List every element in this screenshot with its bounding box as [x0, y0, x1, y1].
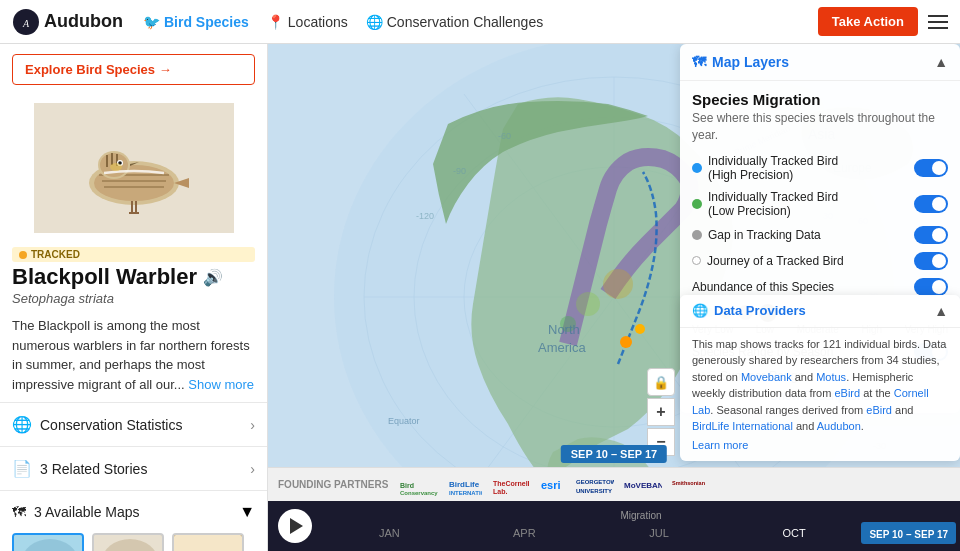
tracked-dot [19, 251, 27, 259]
layer-dot-gap [692, 230, 702, 240]
tracked-badge: TRACKED [12, 247, 255, 262]
main-content: Explore Bird Species → [0, 44, 960, 551]
toggle-journey[interactable] [914, 252, 948, 270]
layer-dot-journey [692, 256, 701, 265]
maps-icon: 🗺 [12, 504, 26, 520]
related-stories-item[interactable]: 📄 3 Related Stories › [0, 446, 267, 490]
nav-bird-species[interactable]: 🐦 Bird Species [143, 14, 249, 30]
layer-dot-low [692, 199, 702, 209]
bird-scientific-name: Setophaga striata [12, 291, 255, 306]
dp-header-left: 🌐 Data Providers [692, 303, 806, 318]
map-thumb-img-conservation [172, 533, 244, 551]
svg-text:Lab.: Lab. [493, 488, 507, 495]
map-thumb-species-connections[interactable]: Species Connections [92, 533, 164, 551]
svg-text:UNIVERSITY: UNIVERSITY [576, 488, 612, 494]
map-thumb-img-migration [12, 533, 84, 551]
svg-text:Bird: Bird [400, 482, 414, 489]
explore-bird-species-button[interactable]: Explore Bird Species → [12, 54, 255, 85]
cornell-lab-link[interactable]: Cornell Lab [692, 387, 929, 416]
bird-common-name: Blackpoll Warbler 🔊 [12, 264, 255, 290]
layer-item-gap: Gap in Tracking Data [692, 226, 948, 244]
dp-icon: 🌐 [692, 303, 708, 318]
month-jul: JUL [592, 527, 727, 539]
partner-smithsonian: Smithsonian [670, 472, 710, 498]
timeline-highlight-block: SEP 10 – SEP 17 [861, 522, 956, 544]
conservation-statistics-item[interactable]: 🌐 Conservation Statistics › [0, 402, 267, 446]
panel-title: Species Migration [692, 91, 948, 108]
audubon-link[interactable]: Audubon [817, 420, 861, 432]
svg-text:Equator: Equator [388, 416, 420, 426]
bird-image [34, 103, 234, 233]
svg-text:America: America [538, 340, 586, 355]
partner-movebank: MoVEBANK [622, 472, 662, 498]
dp-collapse-button[interactable]: ▲ [934, 303, 948, 319]
motus-link[interactable]: Motus [816, 371, 846, 383]
header: A Audubon 🐦 Bird Species 📍 Locations 🌐 C… [0, 0, 960, 44]
play-icon [290, 518, 303, 534]
map-thumb-species-migration[interactable]: Species Migration [12, 533, 84, 551]
partners-bar: FOUNDING PARTNERS BirdConservancy BirdLi… [268, 467, 960, 501]
svg-rect-29 [174, 535, 244, 551]
conservation-icon: 🌐 [366, 14, 383, 30]
nav-conservation[interactable]: 🌐 Conservation Challenges [366, 14, 543, 30]
map-area: Asia Europe North America South America … [268, 44, 960, 551]
dp-text: This map shows tracks for 121 individual… [692, 336, 948, 454]
toggle-high-precision[interactable] [914, 159, 948, 177]
layer-item-high-precision: Individually Tracked Bird(High Precision… [692, 154, 948, 182]
take-action-button[interactable]: Take Action [818, 7, 918, 36]
learn-more-link[interactable]: Learn more [692, 437, 948, 454]
movebank-link[interactable]: Movebank [741, 371, 792, 383]
toggle-low-precision[interactable] [914, 195, 948, 213]
hamburger-menu[interactable] [928, 15, 948, 29]
layer-dot-high [692, 163, 702, 173]
timeline-bar: Migration JAN APR JUL OCT SEP 10 – SEP 1… [268, 501, 960, 551]
timeline-date-badge: SEP 10 – SEP 17 [561, 445, 667, 463]
toggle-abundance[interactable] [914, 278, 948, 296]
ebird2-link[interactable]: eBird [866, 404, 892, 416]
stories-icon: 📄 [12, 459, 32, 478]
partner-birdlife: BirdLifeINTERNATIONAL [446, 472, 482, 498]
maps-section-header[interactable]: 🗺 3 Available Maps ▼ [0, 491, 267, 533]
partners-label: FOUNDING PARTNERS [278, 479, 388, 490]
sidebar: Explore Bird Species → [0, 44, 268, 551]
data-providers-panel: 🌐 Data Providers ▲ This map shows tracks… [680, 295, 960, 462]
lock-button[interactable]: 🔒 [647, 368, 675, 396]
dp-header-label: Data Providers [714, 303, 806, 318]
svg-text:esri: esri [541, 479, 561, 491]
partner-cornell: TheCornellLab. [490, 472, 530, 498]
maps-chevron: ▼ [239, 503, 255, 521]
nav-locations[interactable]: 📍 Locations [267, 14, 348, 30]
locations-icon: 📍 [267, 14, 284, 30]
panel-header-left: 🗺 Map Layers [692, 54, 789, 70]
layer-item-low-precision: Individually Tracked Bird(Low Precision) [692, 190, 948, 218]
svg-point-45 [635, 324, 645, 334]
svg-point-48 [603, 269, 633, 299]
sound-icon[interactable]: 🔊 [203, 268, 223, 287]
show-more-link[interactable]: Show more [188, 377, 254, 392]
zoom-in-button[interactable]: + [647, 398, 675, 426]
timeline-track[interactable]: Migration JAN APR JUL OCT SEP 10 – SEP 1… [322, 508, 960, 544]
map-thumb-img-connections [92, 533, 164, 551]
month-jan: JAN [322, 527, 457, 539]
toggle-gap[interactable] [914, 226, 948, 244]
svg-text:-60: -60 [498, 131, 511, 141]
svg-point-21 [110, 163, 122, 171]
svg-text:INTERNATIONAL: INTERNATIONAL [449, 490, 482, 496]
logo: A Audubon [12, 8, 123, 36]
svg-text:Conservancy: Conservancy [400, 490, 438, 496]
layer-item-abundance: Abundance of this Species [692, 278, 948, 296]
panel-header: 🗺 Map Layers ▲ [680, 44, 960, 81]
svg-text:Smithsonian: Smithsonian [672, 480, 706, 486]
panel-header-label: Map Layers [712, 54, 789, 70]
map-thumb-conservation[interactable]: Conservation Challenges [172, 533, 244, 551]
svg-text:MoVEBANK: MoVEBANK [624, 481, 662, 490]
stories-chevron: › [250, 461, 255, 477]
panel-collapse-button[interactable]: ▲ [934, 54, 948, 70]
svg-text:BirdLife: BirdLife [449, 480, 480, 489]
bird-name-section: Blackpoll Warbler 🔊 Setophaga striata [0, 264, 267, 312]
svg-text:TheCornell: TheCornell [493, 480, 530, 487]
bird-species-icon: 🐦 [143, 14, 160, 30]
birdlife-link[interactable]: BirdLife International [692, 420, 793, 432]
play-button[interactable] [278, 509, 312, 543]
ebird-link[interactable]: eBird [834, 387, 860, 399]
